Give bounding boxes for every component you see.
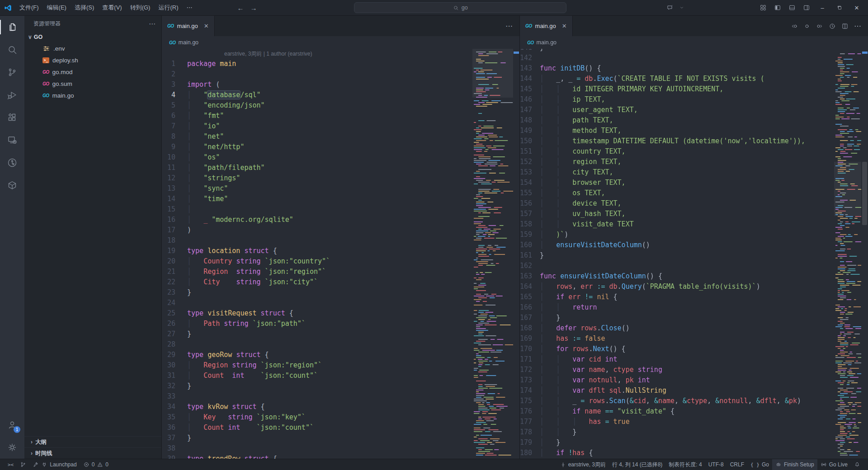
line-number[interactable]: 158 (520, 219, 540, 230)
line-number[interactable]: 15 (162, 204, 187, 215)
line-number[interactable]: 143 (520, 63, 540, 74)
code-line[interactable]: 23} (162, 287, 519, 298)
code-line[interactable]: 145│ │ id INTEGER PRIMARY KEY AUTOINCREM… (520, 84, 868, 94)
code-line[interactable]: 21│ Region string `json:"region"` (162, 267, 519, 277)
line-number[interactable]: 22 (162, 277, 187, 287)
code-line[interactable]: 12│ "strings" (162, 173, 519, 183)
code-line[interactable]: 173│ │ var notnull, pk int (520, 375, 868, 385)
toggle-panel-icon[interactable] (786, 2, 798, 14)
line-number[interactable]: 37 (162, 433, 187, 443)
code-line[interactable]: 8│ "net" (162, 132, 519, 142)
command-center-search[interactable]: go (354, 2, 566, 13)
code-line[interactable]: 174│ │ var dflt sql.NullString (520, 385, 868, 396)
line-number[interactable]: 26 (162, 319, 187, 329)
line-number[interactable]: 145 (520, 84, 540, 94)
remote-explorer-icon[interactable] (0, 129, 24, 151)
code-line[interactable]: 33 (162, 391, 519, 402)
code-line[interactable]: 148│ │ path TEXT, (520, 115, 868, 126)
code-line[interactable]: 166│ │ return (520, 302, 868, 313)
code-line[interactable]: 36│ Count int `json:"count"` (162, 423, 519, 433)
line-number[interactable]: 165 (520, 292, 540, 302)
file-item-go.mod[interactable]: go.mod (24, 66, 161, 78)
line-number[interactable]: 12 (162, 173, 187, 183)
line-number[interactable]: 20 (162, 256, 187, 267)
menu-item-2[interactable]: 选择(S) (71, 0, 98, 15)
line-number[interactable]: 159 (520, 230, 540, 240)
code-line[interactable]: 34type kvRow struct { (162, 402, 519, 412)
line-number[interactable]: 149 (520, 126, 540, 136)
code-line[interactable]: 179│ } (520, 437, 868, 448)
line-number[interactable]: 146 (520, 94, 540, 105)
code-line[interactable]: 164│ rows, err := db.Query(`PRAGMA table… (520, 282, 868, 292)
line-number[interactable]: 160 (520, 240, 540, 250)
code-line[interactable]: 5│ "encoding/json" (162, 100, 519, 111)
menu-item-6[interactable]: ⋯ (182, 0, 196, 15)
sidebar-section-timeline[interactable]: › 时间线 (24, 447, 161, 459)
line-number[interactable]: 1 (162, 59, 187, 69)
line-number[interactable]: 7 (162, 121, 187, 132)
finish-setup-button[interactable]: Finish Setup (772, 459, 817, 470)
line-number[interactable]: 29 (162, 350, 187, 360)
line-number[interactable]: 8 (162, 132, 187, 142)
minimap[interactable] (834, 49, 861, 459)
line-number[interactable]: 166 (520, 302, 540, 313)
code-line[interactable]: 160│ ensureVisitDateColumn() (520, 240, 868, 250)
code-line[interactable]: 11│ "path/filepath" (162, 163, 519, 173)
code-line[interactable]: 175│ │ _ = rows.Scan(&cid, &name, &ctype… (520, 396, 868, 406)
line-number[interactable]: 170 (520, 344, 540, 354)
line-number[interactable]: 3 (162, 80, 187, 90)
code-line[interactable]: 152│ │ region TEXT, (520, 157, 868, 167)
code-line[interactable]: 161} (520, 250, 868, 261)
source-control-icon[interactable] (0, 61, 24, 84)
code-line[interactable]: 168│ defer rows.Close() (520, 323, 868, 334)
code-line[interactable]: 3import ( (162, 80, 519, 90)
tab-close-icon[interactable]: ✕ (204, 23, 209, 29)
line-number[interactable]: 142 (520, 53, 540, 63)
code-editor-right[interactable]: 141}142143func initDB() {144│ _, _ = db.… (520, 49, 868, 459)
line-number[interactable]: 27 (162, 329, 187, 339)
code-line[interactable]: 2 (162, 69, 519, 80)
launchpad-button[interactable]: Launchpad (29, 459, 80, 470)
split-editor-icon[interactable] (839, 20, 851, 32)
file-item-.env[interactable]: .env (24, 42, 161, 54)
code-line[interactable]: 143func initDB() { (520, 63, 868, 74)
line-number[interactable]: 13 (162, 183, 187, 194)
menu-item-3[interactable]: 查看(V) (98, 0, 126, 15)
line-number[interactable]: 156 (520, 198, 540, 209)
line-number[interactable]: 151 (520, 146, 540, 157)
eol-button[interactable]: CRLF (727, 459, 747, 470)
nav-back-icon[interactable]: ← (237, 4, 244, 12)
scrollbar[interactable] (861, 49, 868, 459)
line-number[interactable]: 167 (520, 313, 540, 323)
code-line[interactable]: 155│ │ os TEXT, (520, 188, 868, 198)
line-number[interactable]: 14 (162, 194, 187, 204)
line-number[interactable]: 36 (162, 423, 187, 433)
line-number[interactable]: 39 (162, 454, 187, 459)
line-number[interactable]: 144 (520, 74, 540, 84)
run-debug-icon[interactable] (0, 84, 24, 106)
code-line[interactable]: 24 (162, 298, 519, 308)
code-line[interactable]: 31│ Count int `json:"count"` (162, 371, 519, 381)
explorer-more-actions-icon[interactable]: ⋯ (149, 20, 156, 28)
code-line[interactable]: 29type geoRow struct { (162, 350, 519, 360)
code-line[interactable]: 178│ │ } (520, 427, 868, 437)
tab-close-icon[interactable]: ✕ (562, 23, 567, 29)
code-line[interactable]: 6│ "fmt" (162, 111, 519, 121)
notifications-bell-icon[interactable] (851, 459, 863, 470)
language-mode-button[interactable]: { } Go (747, 459, 772, 470)
line-number[interactable]: 30 (162, 360, 187, 371)
line-number[interactable]: 173 (520, 375, 540, 385)
containers-icon[interactable] (0, 174, 24, 197)
code-line[interactable]: 180│ if !has { (520, 448, 868, 458)
customize-layout-icon[interactable] (757, 2, 769, 14)
code-line[interactable]: 144│ _, _ = db.Exec(`CREATE TABLE IF NOT… (520, 74, 868, 84)
code-line[interactable]: 177│ │ │ has = true (520, 417, 868, 427)
line-number[interactable]: 141 (520, 49, 540, 53)
gitlens-file-history-icon[interactable] (826, 20, 838, 32)
line-number[interactable]: 4 (162, 90, 187, 100)
code-line[interactable]: 162 (520, 261, 868, 271)
line-number[interactable]: 2 (162, 69, 187, 80)
breadcrumb-left[interactable]: main.go (162, 36, 519, 49)
line-number[interactable]: 28 (162, 339, 187, 350)
code-line[interactable]: 38 (162, 443, 519, 454)
